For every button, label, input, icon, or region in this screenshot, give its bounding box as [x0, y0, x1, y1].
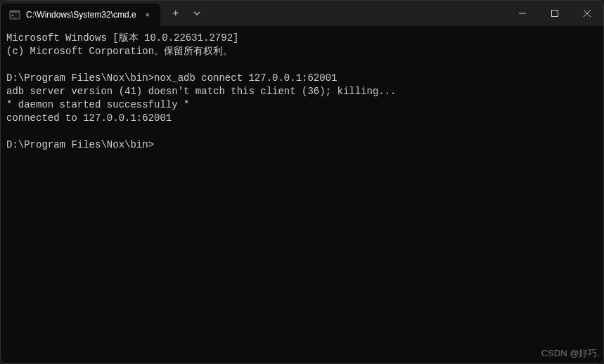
terminal-line: Microsoft Windows [版本 10.0.22631.2792] — [6, 32, 238, 44]
window-controls — [506, 1, 603, 26]
minimize-button[interactable] — [506, 1, 539, 26]
terminal-line: connected to 127.0.0.1:62001 — [6, 112, 172, 124]
close-button[interactable] — [571, 1, 603, 26]
svg-rect-4 — [552, 11, 558, 17]
titlebar[interactable]: >_ C:\Windows\System32\cmd.e ✕ + — [1, 1, 603, 26]
terminal-body[interactable]: Microsoft Windows [版本 10.0.22631.2792] (… — [1, 26, 603, 363]
maximize-button[interactable] — [539, 1, 571, 26]
watermark: CSDN @好巧. — [541, 347, 600, 360]
terminal-line: D:\Program Files\Nox\bin>nox_adb connect… — [6, 72, 337, 84]
terminal-line: * daemon started successfully * — [6, 99, 189, 110]
new-tab-button[interactable]: + — [165, 2, 187, 25]
terminal-line: adb server version (41) doesn't match th… — [6, 86, 397, 97]
terminal-line: (c) Microsoft Corporation。保留所有权利。 — [6, 46, 233, 57]
cmd-icon: >_ — [9, 9, 20, 20]
tab-active[interactable]: >_ C:\Windows\System32\cmd.e ✕ — [1, 4, 160, 26]
chevron-down-icon — [193, 10, 200, 17]
terminal-prompt: D:\Program Files\Nox\bin> — [6, 139, 154, 150]
maximize-icon — [551, 10, 558, 17]
tab-title: C:\Windows\System32\cmd.e — [26, 10, 136, 20]
tab-close-button[interactable]: ✕ — [142, 9, 153, 20]
svg-text:>_: >_ — [11, 13, 17, 18]
close-icon — [584, 10, 591, 17]
terminal-output: Microsoft Windows [版本 10.0.22631.2792] (… — [6, 32, 598, 152]
tab-dropdown-button[interactable] — [187, 2, 207, 25]
terminal-window: >_ C:\Windows\System32\cmd.e ✕ + — [0, 0, 604, 364]
minimize-icon — [519, 10, 526, 17]
